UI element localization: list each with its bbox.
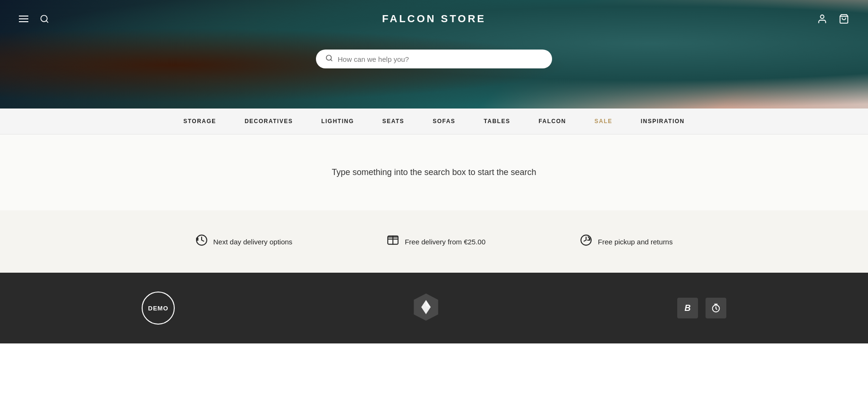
return-icon: [580, 234, 592, 249]
feature-next-day: Next day delivery options: [148, 234, 340, 249]
feature-free-delivery-label: Free delivery from €25.00: [405, 238, 485, 246]
header-right: [817, 14, 849, 24]
site-title: FALCON STORE: [382, 13, 486, 25]
footer-icons-right: B: [677, 298, 726, 318]
search-prompt-text: Type something into the search box to st…: [332, 167, 536, 177]
hamburger-icon: [19, 16, 28, 22]
search-button[interactable]: [40, 14, 49, 24]
feature-free-pickup: Free pickup and returns: [533, 234, 720, 249]
user-icon: [817, 14, 827, 24]
feature-free-delivery: Free delivery from €25.00: [340, 234, 533, 249]
nav-falcon[interactable]: FALCON: [538, 118, 566, 125]
top-header: FALCON STORE: [0, 0, 868, 38]
navigation-bar: STORAGE DECORATIVES LIGHTING SEATS SOFAS…: [0, 109, 868, 134]
search-icon: [40, 14, 49, 24]
header-left: [19, 14, 49, 24]
nav-seats[interactable]: SEATS: [383, 118, 405, 125]
nav-decoratives[interactable]: DECORATIVES: [245, 118, 293, 125]
footer-demo-logo: DEMO: [142, 292, 175, 325]
feature-free-pickup-label: Free pickup and returns: [598, 238, 672, 246]
footer-timer-icon: [706, 298, 726, 318]
feature-next-day-label: Next day delivery options: [213, 238, 293, 246]
cart-button[interactable]: [839, 14, 849, 24]
hero-search-wrap: [316, 50, 552, 68]
search-bar[interactable]: [316, 50, 552, 68]
search-icon-hero: [325, 54, 333, 64]
menu-button[interactable]: [19, 16, 28, 22]
user-button[interactable]: [817, 14, 827, 24]
footer-falcon-logo: [412, 293, 440, 323]
footer-b-icon: B: [677, 298, 698, 318]
nav-sale[interactable]: SALE: [595, 118, 613, 125]
box-delivery-icon: [387, 234, 399, 249]
svg-line-3: [46, 21, 48, 23]
nav-inspiration[interactable]: INSPIRATION: [641, 118, 685, 125]
nav-tables[interactable]: TABLES: [484, 118, 510, 125]
nav-storage[interactable]: STORAGE: [183, 118, 216, 125]
clock-delivery-icon: [196, 234, 208, 249]
nav-sofas[interactable]: SOFAS: [433, 118, 455, 125]
svg-line-1: [331, 59, 332, 61]
cart-icon: [839, 14, 849, 24]
features-bar: Next day delivery options Free delivery …: [0, 210, 868, 273]
svg-point-4: [820, 15, 824, 18]
header-center: FALCON STORE: [382, 13, 486, 25]
search-input[interactable]: [338, 55, 543, 63]
nav-lighting[interactable]: LIGHTING: [321, 118, 354, 125]
search-prompt-area: Type something into the search box to st…: [0, 134, 868, 210]
footer: DEMO B: [0, 273, 868, 343]
